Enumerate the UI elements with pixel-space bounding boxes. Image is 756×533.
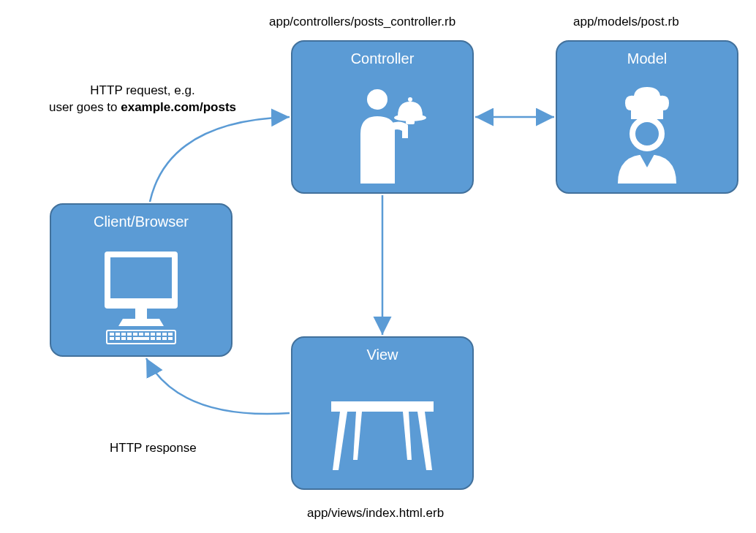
arrow-view-to-client bbox=[146, 358, 290, 414]
arrows-layer bbox=[0, 0, 756, 533]
arrow-client-to-controller bbox=[150, 117, 290, 202]
